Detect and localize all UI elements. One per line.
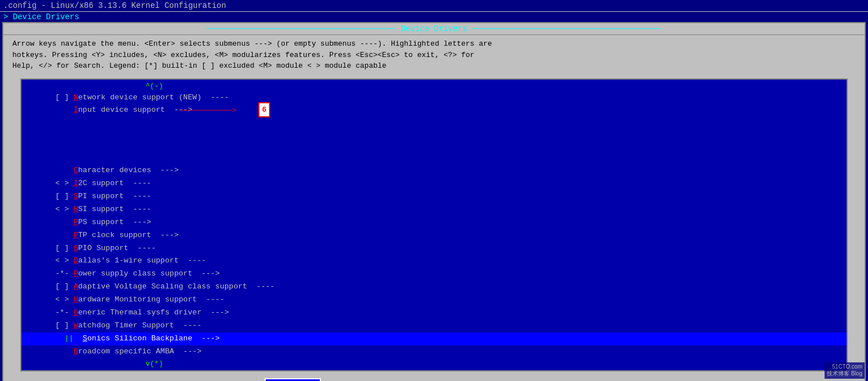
content-area: ^(-) [ ] Network device support (NEW) --… — [3, 75, 865, 375]
menu-top-marker: ^(-) — [21, 82, 847, 90]
panel-title-text: Device Drivers — [401, 24, 468, 33]
help-text: Arrow keys navigate the menu. <Enter> se… — [3, 35, 865, 75]
bottom-buttons: <Select> < Exit > < Help > < Save > < Lo… — [3, 375, 865, 381]
help-line3: Help, </> for Search. Legend: [*] built-… — [12, 60, 856, 72]
menu-item-pps[interactable]: PPS support ---> — [21, 216, 847, 229]
title-bar: .config - Linux/x86 3.13.6 Kernel Config… — [0, 0, 868, 11]
menu-item-power[interactable]: -*- Power supply class support ---> — [21, 268, 847, 281]
title-text: .config - Linux/x86 3.13.6 Kernel Config… — [3, 1, 226, 10]
breadcrumb-bar: > Device Drivers — [0, 11, 868, 22]
menu-item-thermal[interactable]: -*- Generic Thermal sysfs driver ---> — [21, 306, 847, 319]
select-button[interactable]: <Select> — [265, 378, 320, 381]
menu-item-spi[interactable]: [ ] SPI support ---- — [21, 190, 847, 203]
menu-item-character[interactable]: Character devices ---> — [21, 164, 847, 177]
app: .config - Linux/x86 3.13.6 Kernel Config… — [0, 0, 868, 381]
menu-item-i2c[interactable]: < > I2C support ---- — [21, 177, 847, 190]
panel-title: ────────────────────────────────────────… — [3, 23, 865, 35]
menu-box: ^(-) [ ] Network device support (NEW) --… — [20, 78, 848, 371]
menu-item-broadcom[interactable]: Broadcom specific AMBA ---> — [21, 345, 847, 358]
breadcrumb-text: > Device Drivers — [3, 12, 79, 21]
main-panel: ────────────────────────────────────────… — [2, 22, 866, 381]
help-line1: Arrow keys navigate the menu. <Enter> se… — [12, 38, 856, 50]
menu-item-avs[interactable]: [ ] Adaptive Voltage Scaling class suppo… — [21, 281, 847, 294]
menu-item-sonics[interactable]: || Sonics Silicon Backplane ---> — [21, 332, 847, 345]
menu-item-hsi[interactable]: < > HSI support ---- — [21, 203, 847, 216]
menu-item-dallas[interactable]: < > Dallas's 1-wire support ---- — [21, 255, 847, 268]
menu-item-network[interactable]: [ ] Network device support (NEW) ---- — [21, 91, 847, 104]
menu-item-input[interactable]: Input device support ---> ────────────> … — [21, 104, 847, 164]
menu-item-hwmon[interactable]: < > Hardware Monitoring support ---- — [21, 294, 847, 306]
watermark: 51CTO.com技术博客 Blog — [825, 362, 865, 379]
menu-item-ptp[interactable]: PTP clock support ---> — [21, 229, 847, 242]
menu-item-gpio[interactable]: [ ] GPIO Support ---- — [21, 242, 847, 255]
menu-item-watchdog[interactable]: [ ] Watchdog Timer Support ---- — [21, 319, 847, 332]
menu-bottom-marker: v(*) — [21, 360, 847, 368]
help-line2: hotkeys. Pressing <Y> includes, <N> excl… — [12, 50, 856, 61]
